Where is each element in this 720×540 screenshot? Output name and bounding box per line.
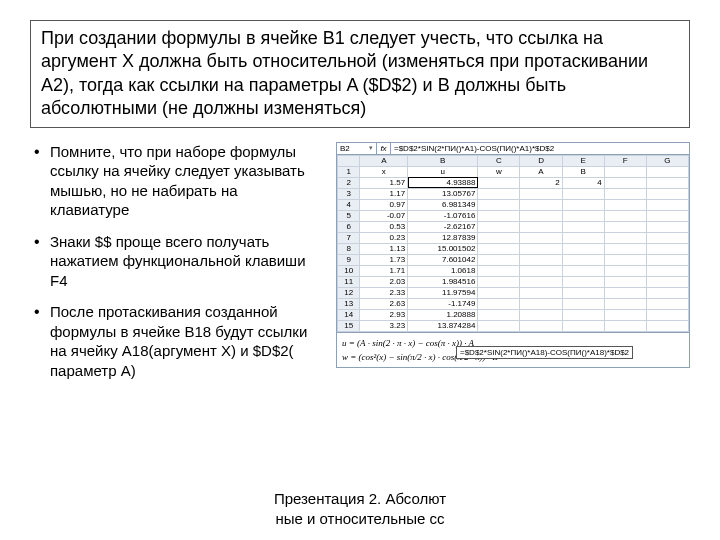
cell[interactable] — [604, 276, 646, 287]
col-header[interactable]: B — [408, 155, 478, 166]
cell[interactable] — [604, 199, 646, 210]
cell[interactable] — [562, 210, 604, 221]
cell[interactable]: 1.20888 — [408, 309, 478, 320]
cell[interactable] — [478, 298, 520, 309]
cell[interactable] — [520, 265, 562, 276]
row-header[interactable]: 10 — [338, 265, 360, 276]
col-header[interactable]: G — [646, 155, 688, 166]
cell[interactable] — [520, 221, 562, 232]
cell[interactable]: 2.03 — [360, 276, 408, 287]
cell[interactable]: B — [562, 166, 604, 177]
cell[interactable] — [646, 188, 688, 199]
cell[interactable]: 2.63 — [360, 298, 408, 309]
cell[interactable] — [604, 177, 646, 188]
cell[interactable] — [562, 254, 604, 265]
col-header[interactable]: D — [520, 155, 562, 166]
cell[interactable] — [520, 232, 562, 243]
cell[interactable] — [520, 199, 562, 210]
cell[interactable]: 0.53 — [360, 221, 408, 232]
col-header[interactable]: F — [604, 155, 646, 166]
cell[interactable] — [604, 287, 646, 298]
cell[interactable] — [646, 243, 688, 254]
cell[interactable] — [646, 265, 688, 276]
cell[interactable] — [562, 232, 604, 243]
row-header[interactable]: 14 — [338, 309, 360, 320]
cell[interactable] — [520, 287, 562, 298]
cell[interactable] — [478, 320, 520, 331]
cell[interactable] — [562, 276, 604, 287]
cell[interactable]: 1.57 — [360, 177, 408, 188]
cell[interactable]: -1.07616 — [408, 210, 478, 221]
row-header[interactable]: 1 — [338, 166, 360, 177]
cell[interactable]: 4 — [562, 177, 604, 188]
cell[interactable]: x — [360, 166, 408, 177]
cell[interactable]: 13.874284 — [408, 320, 478, 331]
row-header[interactable]: 7 — [338, 232, 360, 243]
cell[interactable] — [562, 243, 604, 254]
cell[interactable]: 7.601042 — [408, 254, 478, 265]
cell[interactable] — [478, 287, 520, 298]
cell[interactable]: 1.71 — [360, 265, 408, 276]
cell[interactable] — [604, 232, 646, 243]
cell[interactable] — [604, 243, 646, 254]
corner-cell[interactable] — [338, 155, 360, 166]
cell[interactable]: 4.93888 — [408, 177, 478, 188]
row-header[interactable]: 8 — [338, 243, 360, 254]
cell[interactable]: 2.93 — [360, 309, 408, 320]
cell[interactable]: 11.97594 — [408, 287, 478, 298]
cell[interactable] — [478, 265, 520, 276]
row-header[interactable]: 9 — [338, 254, 360, 265]
row-header[interactable]: 11 — [338, 276, 360, 287]
cell[interactable] — [520, 276, 562, 287]
row-header[interactable]: 2 — [338, 177, 360, 188]
cell[interactable] — [478, 199, 520, 210]
cell[interactable] — [646, 199, 688, 210]
cell[interactable] — [646, 320, 688, 331]
cell[interactable] — [520, 298, 562, 309]
cell[interactable] — [646, 254, 688, 265]
cell[interactable]: w — [478, 166, 520, 177]
cell[interactable] — [604, 166, 646, 177]
cell[interactable] — [604, 210, 646, 221]
cell[interactable]: 2.33 — [360, 287, 408, 298]
cell[interactable] — [520, 210, 562, 221]
cell[interactable] — [478, 210, 520, 221]
cell[interactable]: 6.981349 — [408, 199, 478, 210]
cell[interactable] — [478, 188, 520, 199]
cell[interactable] — [562, 298, 604, 309]
row-header[interactable]: 4 — [338, 199, 360, 210]
col-header[interactable]: A — [360, 155, 408, 166]
cell[interactable] — [646, 298, 688, 309]
cell[interactable]: 1.13 — [360, 243, 408, 254]
cell[interactable] — [604, 265, 646, 276]
cell[interactable] — [520, 309, 562, 320]
cell[interactable] — [604, 221, 646, 232]
fx-label[interactable]: fx — [377, 143, 391, 154]
cell[interactable]: 1.17 — [360, 188, 408, 199]
cell[interactable] — [646, 166, 688, 177]
cell[interactable]: 12.87839 — [408, 232, 478, 243]
cell[interactable] — [478, 254, 520, 265]
cell[interactable] — [604, 254, 646, 265]
col-header[interactable]: E — [562, 155, 604, 166]
cell[interactable] — [520, 188, 562, 199]
cell[interactable] — [646, 221, 688, 232]
col-header[interactable]: C — [478, 155, 520, 166]
cell[interactable]: 3.23 — [360, 320, 408, 331]
cell[interactable] — [562, 221, 604, 232]
cell[interactable] — [478, 309, 520, 320]
cell[interactable]: 1.0618 — [408, 265, 478, 276]
cell[interactable] — [646, 177, 688, 188]
cell[interactable]: 1.984516 — [408, 276, 478, 287]
cell[interactable] — [604, 298, 646, 309]
cell[interactable] — [646, 232, 688, 243]
cell[interactable] — [562, 265, 604, 276]
cell[interactable] — [562, 309, 604, 320]
cell[interactable] — [478, 232, 520, 243]
cell[interactable] — [562, 199, 604, 210]
cell[interactable] — [520, 254, 562, 265]
formula-input[interactable]: =$D$2*SIN(2*ПИ()*A1)-COS(ПИ()*A1)*$D$2 — [391, 143, 689, 154]
cell[interactable] — [604, 309, 646, 320]
cell[interactable] — [478, 243, 520, 254]
cell[interactable]: 2 — [520, 177, 562, 188]
